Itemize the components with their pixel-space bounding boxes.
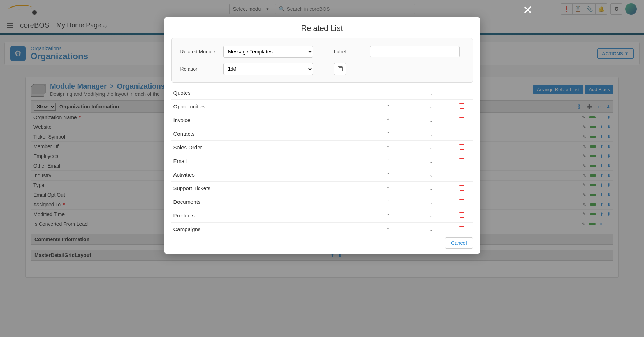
move-down-button[interactable]: ↓ [410, 89, 453, 97]
move-up-button[interactable]: ↑ [367, 116, 410, 124]
arrow-up-icon: ↑ [386, 144, 390, 151]
move-up-button[interactable]: ↑ [367, 171, 410, 178]
move-up-button[interactable]: ↑ [367, 198, 410, 206]
move-down-button[interactable]: ↓ [410, 198, 453, 206]
arrow-down-icon: ↓ [430, 144, 433, 151]
related-module-name: Email [173, 158, 367, 164]
related-list-row: Email ↑ ↓ [171, 154, 473, 168]
trash-icon [459, 158, 464, 163]
related-module-name: Activities [173, 172, 367, 178]
arrow-down-icon: ↓ [430, 198, 433, 206]
arrow-down-icon: ↓ [430, 171, 433, 178]
related-list-row: Activities ↑ ↓ [171, 168, 473, 182]
delete-button[interactable] [453, 225, 471, 232]
related-list-row: Support Tickets ↑ ↓ [171, 182, 473, 195]
arrow-down-icon: ↓ [430, 103, 433, 110]
arrow-down-icon: ↓ [430, 225, 433, 232]
related-list-modal: Related List Related Module Message Temp… [164, 17, 480, 254]
move-up-button[interactable]: ↑ [367, 144, 410, 151]
move-down-button[interactable]: ↓ [410, 157, 453, 165]
save-icon [338, 66, 343, 71]
move-down-button[interactable]: ↓ [410, 116, 453, 124]
move-down-button[interactable]: ↓ [410, 212, 453, 219]
trash-icon [459, 131, 464, 136]
related-list-row: Campaigns ↑ ↓ [171, 223, 473, 232]
arrow-down-icon: ↓ [430, 157, 433, 165]
trash-icon [459, 185, 464, 190]
delete-button[interactable] [453, 144, 471, 151]
move-up-button[interactable]: ↑ [367, 103, 410, 110]
arrow-up-icon: ↑ [386, 225, 390, 232]
arrow-down-icon: ↓ [430, 184, 433, 192]
related-module-name: Products [173, 212, 367, 219]
relation-select[interactable]: 1:M [223, 63, 313, 75]
related-module-name: Support Tickets [173, 185, 367, 191]
trash-icon [459, 103, 464, 108]
arrow-up-icon: ↑ [386, 103, 390, 110]
delete-button[interactable] [453, 184, 471, 192]
related-module-name: Campaigns [173, 226, 367, 232]
arrow-up-icon: ↑ [386, 157, 390, 165]
relation-label: Relation [180, 66, 223, 72]
trash-icon [459, 212, 464, 217]
arrow-down-icon: ↓ [430, 212, 433, 219]
move-down-button[interactable]: ↓ [410, 171, 453, 178]
related-list-row: Products ↑ ↓ [171, 209, 473, 223]
save-button[interactable] [334, 63, 346, 75]
arrow-up-icon: ↑ [386, 198, 390, 206]
trash-icon [459, 90, 464, 95]
move-up-button[interactable]: ↑ [367, 212, 410, 219]
arrow-up-icon: ↑ [386, 116, 390, 124]
move-down-button[interactable]: ↓ [410, 103, 453, 110]
delete-button[interactable] [453, 89, 471, 97]
delete-button[interactable] [453, 103, 471, 110]
related-list-row: Quotes ↓ [171, 86, 473, 100]
trash-icon [459, 226, 464, 231]
cancel-button[interactable]: Cancel [445, 237, 473, 249]
related-list-row: Documents ↑ ↓ [171, 195, 473, 209]
label-field-label: Label [334, 49, 370, 55]
move-up-button[interactable]: ↑ [367, 184, 410, 192]
arrow-down-icon: ↓ [430, 89, 433, 97]
arrow-down-icon: ↓ [430, 116, 433, 124]
delete-button[interactable] [453, 171, 471, 178]
move-down-button[interactable]: ↓ [410, 225, 453, 232]
related-module-name: Documents [173, 199, 367, 205]
delete-button[interactable] [453, 198, 471, 206]
close-icon[interactable]: ✕ [523, 4, 533, 16]
related-module-name: Invoice [173, 117, 367, 123]
related-list-row: Opportunities ↑ ↓ [171, 100, 473, 113]
delete-button[interactable] [453, 157, 471, 165]
arrow-up-icon: ↑ [386, 171, 390, 178]
move-up-button[interactable]: ↑ [367, 225, 410, 232]
related-module-select[interactable]: Message Templates [223, 46, 313, 58]
related-module-name: Quotes [173, 90, 367, 96]
related-module-name: Contacts [173, 131, 367, 137]
related-module-name: Sales Order [173, 144, 367, 150]
move-down-button[interactable]: ↓ [410, 130, 453, 137]
arrow-down-icon: ↓ [430, 130, 433, 137]
trash-icon [459, 172, 464, 177]
related-module-label: Related Module [180, 49, 223, 55]
arrow-up-icon: ↑ [386, 212, 390, 219]
label-input[interactable] [370, 46, 460, 57]
delete-button[interactable] [453, 212, 471, 219]
modal-title: Related List [164, 17, 480, 38]
move-up-button[interactable]: ↑ [367, 130, 410, 137]
related-module-name: Opportunities [173, 103, 367, 109]
move-down-button[interactable]: ↓ [410, 184, 453, 192]
trash-icon [459, 144, 464, 149]
delete-button[interactable] [453, 116, 471, 124]
related-list-row: Contacts ↑ ↓ [171, 127, 473, 141]
related-list-row: Sales Order ↑ ↓ [171, 141, 473, 154]
related-list-row: Invoice ↑ ↓ [171, 113, 473, 127]
delete-button[interactable] [453, 130, 471, 137]
arrow-up-icon: ↑ [386, 184, 390, 192]
move-down-button[interactable]: ↓ [410, 144, 453, 151]
arrow-up-icon: ↑ [386, 130, 390, 137]
trash-icon [459, 199, 464, 204]
trash-icon [459, 117, 464, 122]
move-up-button[interactable]: ↑ [367, 157, 410, 165]
form-panel: Related Module Message Templates Label R… [171, 38, 473, 83]
